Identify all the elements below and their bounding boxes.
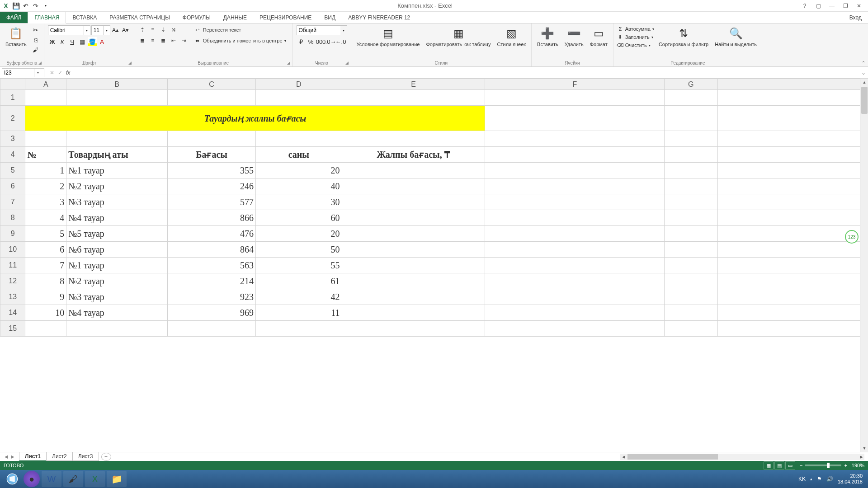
- cell[interactable]: [342, 178, 485, 194]
- cell[interactable]: №2 тауар: [66, 178, 168, 194]
- cell[interactable]: 563: [168, 258, 256, 273]
- cell[interactable]: 866: [168, 210, 256, 226]
- save-icon[interactable]: 💾: [12, 2, 20, 10]
- cell[interactable]: 30: [256, 194, 342, 210]
- taskbar-clock[interactable]: 20:30 18.04.2018: [838, 473, 863, 485]
- cell[interactable]: 214: [168, 273, 256, 289]
- scroll-up-icon[interactable]: ▲: [860, 79, 868, 86]
- row-header[interactable]: 13: [0, 289, 25, 305]
- zoom-knob[interactable]: [827, 463, 830, 468]
- horizontal-scrollbar[interactable]: ◀ ▶: [620, 454, 864, 460]
- column-header[interactable]: B: [66, 79, 168, 90]
- align-right-icon[interactable]: ≣: [159, 36, 168, 45]
- chevron-down-icon[interactable]: ▾: [340, 26, 347, 35]
- font-name-input[interactable]: [48, 25, 84, 35]
- new-sheet-button[interactable]: +: [101, 453, 111, 461]
- cell[interactable]: №5 тауар: [66, 226, 168, 242]
- zoom-level[interactable]: 190%: [852, 463, 864, 468]
- row-header[interactable]: 4: [0, 147, 25, 163]
- clear-button[interactable]: ⌫Очистить▾: [617, 42, 654, 49]
- format-cells-button[interactable]: ▭ Формат: [588, 25, 609, 48]
- tab-nav-next-icon[interactable]: ▶: [11, 454, 14, 459]
- font-name-combo[interactable]: ▾: [48, 25, 90, 35]
- row-header[interactable]: 8: [0, 210, 25, 226]
- cell[interactable]: 6: [25, 242, 66, 258]
- qat-customize-icon[interactable]: ▾: [42, 2, 50, 10]
- volume-icon[interactable]: 🔊: [826, 476, 833, 482]
- taskbar-paint-icon[interactable]: 🖌: [63, 471, 83, 487]
- minimize-icon[interactable]: —: [827, 2, 836, 10]
- column-header[interactable]: A: [25, 79, 66, 90]
- cell[interactable]: 1: [25, 163, 66, 178]
- tab-page-layout[interactable]: РАЗМЕТКА СТРАНИЦЫ: [103, 12, 176, 23]
- cell[interactable]: [342, 163, 485, 178]
- find-select-button[interactable]: 🔍 Найти и выделить: [713, 25, 759, 48]
- cell[interactable]: 969: [168, 305, 256, 321]
- vertical-scrollbar[interactable]: ▲ ▼: [860, 79, 868, 452]
- cell[interactable]: [342, 258, 485, 273]
- cell[interactable]: 8: [25, 273, 66, 289]
- row-header[interactable]: 15: [0, 321, 25, 337]
- cell[interactable]: 246: [168, 178, 256, 194]
- align-center-icon[interactable]: ≡: [148, 36, 157, 45]
- tab-data[interactable]: ДАННЫЕ: [217, 12, 253, 23]
- cortana-button[interactable]: ●: [24, 471, 40, 487]
- collapse-ribbon-icon[interactable]: ⌃: [859, 23, 868, 66]
- cell[interactable]: [342, 194, 485, 210]
- row-header[interactable]: 3: [0, 131, 25, 147]
- chevron-down-icon[interactable]: ▾: [84, 25, 90, 35]
- align-top-icon[interactable]: ⇡: [138, 25, 147, 34]
- taskbar-excel-icon[interactable]: X: [85, 471, 105, 487]
- expand-formula-bar-icon[interactable]: ⌄: [859, 70, 868, 76]
- paste-button[interactable]: 📋 Вставить: [4, 25, 28, 48]
- cell[interactable]: Бағасы: [168, 147, 256, 163]
- row-header[interactable]: 1: [0, 90, 25, 106]
- comma-format-icon[interactable]: 000: [316, 37, 326, 46]
- cell[interactable]: №1 тауар: [66, 163, 168, 178]
- cell[interactable]: №2 тауар: [66, 273, 168, 289]
- shrink-font-icon[interactable]: A▾: [121, 25, 130, 34]
- row-header[interactable]: 11: [0, 258, 25, 273]
- worksheet-grid[interactable]: A B C D E F G 1 2 Тауардың жалпы бағасы …: [0, 79, 860, 452]
- zoom-out-icon[interactable]: −: [800, 463, 802, 468]
- font-size-combo[interactable]: ▾: [91, 25, 110, 35]
- floating-badge[interactable]: 123: [844, 223, 860, 250]
- select-all-corner[interactable]: [0, 79, 25, 90]
- tab-formulas[interactable]: ФОРМУЛЫ: [176, 12, 217, 23]
- cell[interactable]: 61: [256, 273, 342, 289]
- accounting-format-icon[interactable]: ₽: [297, 37, 306, 46]
- tab-nav-prev-icon[interactable]: ◀: [5, 454, 8, 459]
- cell[interactable]: 4: [25, 210, 66, 226]
- increase-indent-icon[interactable]: ⇥: [179, 36, 189, 45]
- zoom-slider[interactable]: − +: [800, 463, 847, 468]
- tab-abbyy[interactable]: ABBYY FineReader 12: [342, 12, 416, 23]
- number-format-input[interactable]: [297, 26, 340, 35]
- cell[interactable]: [342, 273, 485, 289]
- format-as-table-button[interactable]: ▦ Форматировать как таблицу: [424, 25, 492, 48]
- column-header[interactable]: C: [168, 79, 256, 90]
- column-header[interactable]: [717, 79, 860, 90]
- action-center-icon[interactable]: ⚑: [817, 476, 822, 482]
- cell[interactable]: 11: [256, 305, 342, 321]
- cell[interactable]: 577: [168, 194, 256, 210]
- row-header[interactable]: 7: [0, 194, 25, 210]
- name-box-input[interactable]: [2, 70, 34, 76]
- row-header[interactable]: 6: [0, 178, 25, 194]
- tray-chevron-icon[interactable]: ▴: [810, 477, 812, 481]
- taskbar-explorer-icon[interactable]: 📁: [107, 471, 127, 487]
- cell[interactable]: 355: [168, 163, 256, 178]
- scroll-thumb[interactable]: [627, 454, 718, 460]
- cell[interactable]: 20: [256, 226, 342, 242]
- cell[interactable]: 60: [256, 210, 342, 226]
- cell[interactable]: 50: [256, 242, 342, 258]
- cell[interactable]: 5: [25, 226, 66, 242]
- title-cell[interactable]: Тауардың жалпы бағасы: [25, 106, 485, 131]
- sort-filter-button[interactable]: ⇅ Сортировка и фильтр: [657, 25, 710, 48]
- scroll-thumb[interactable]: [861, 87, 868, 114]
- cell[interactable]: 20: [256, 163, 342, 178]
- copy-icon[interactable]: ⎘: [31, 35, 40, 44]
- cell[interactable]: 2: [25, 178, 66, 194]
- sheet-tab[interactable]: Лист1: [19, 452, 47, 461]
- redo-icon[interactable]: ↷: [32, 2, 40, 10]
- cell[interactable]: 476: [168, 226, 256, 242]
